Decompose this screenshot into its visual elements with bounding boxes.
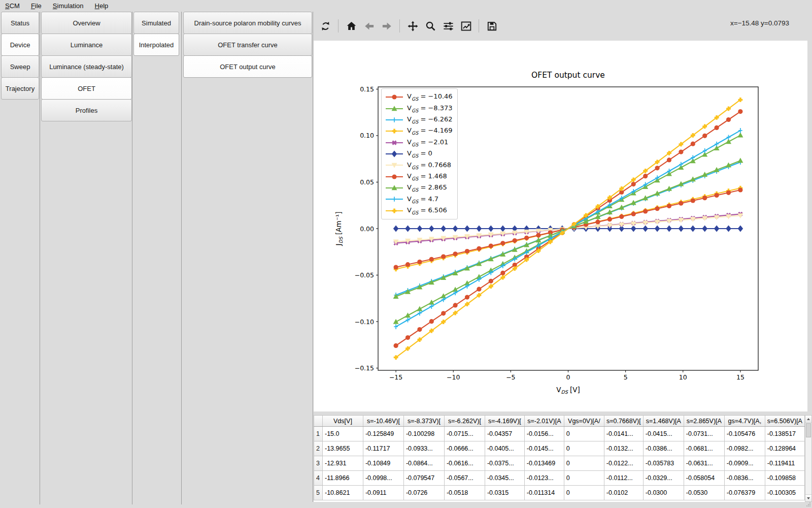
refresh-icon[interactable] [319, 19, 332, 33]
table-cell[interactable]: -0.0386... [643, 441, 684, 456]
table-cell[interactable]: -0.0122... [604, 456, 643, 471]
column-header[interactable]: gs=4.7V)[A, [724, 416, 765, 427]
table-cell[interactable]: -0.10849 [363, 456, 403, 471]
table-cell[interactable]: -0.0415... [643, 427, 684, 441]
table-cell[interactable]: -0.0726 [403, 486, 444, 500]
table-cell[interactable]: -0.0836... [724, 471, 765, 486]
menu-scm[interactable]: SCM [5, 2, 20, 10]
sliders-icon[interactable] [442, 19, 455, 33]
table-cell[interactable]: -0.11717 [363, 441, 403, 456]
row-number[interactable]: 5 [314, 486, 323, 500]
nav-tab-sweep[interactable]: Sweep [1, 55, 39, 78]
table-cell[interactable]: -0.0731... [684, 427, 724, 441]
table-vertical-scrollbar[interactable] [805, 415, 812, 502]
nav-tab-profiles[interactable]: Profiles [41, 99, 132, 121]
column-header[interactable]: s=-8.373V)[ [403, 416, 444, 427]
nav-tab-luminance[interactable]: Luminance [41, 34, 132, 56]
table-cell[interactable]: -0.0518 [444, 486, 485, 500]
table-cell[interactable]: -0.0145... [524, 441, 564, 456]
table-cell[interactable]: -0.100305 [765, 486, 804, 500]
save-icon[interactable] [485, 19, 498, 33]
nav-tab-luminance-steady-state-[interactable]: Luminance (steady-state) [41, 55, 132, 78]
nav-tab-overview[interactable]: Overview [41, 12, 132, 34]
table-cell[interactable]: -10.8621 [322, 486, 363, 500]
table-cell[interactable]: -0.058054 [684, 471, 724, 486]
table-cell[interactable]: -0.138517 [765, 427, 804, 441]
table-cell[interactable]: 0 [564, 427, 604, 441]
row-number[interactable]: 3 [314, 456, 323, 471]
table-cell[interactable]: -0.0681... [684, 441, 724, 456]
plot-figure[interactable]: OFET output curveVDS​ [V]JDS​ [Am⁻¹]−15−… [314, 41, 807, 411]
table-cell[interactable]: 0 [564, 441, 604, 456]
nav-tab-drain-source-polaron-mobility-curves[interactable]: Drain-source polaron mobility curves [183, 12, 312, 34]
table-cell[interactable]: -0.0132... [604, 441, 643, 456]
row-number[interactable]: 2 [314, 441, 323, 456]
pan-icon[interactable] [406, 19, 419, 33]
table-cell[interactable]: -0.0666... [444, 441, 485, 456]
nav-tab-ofet[interactable]: OFET [41, 77, 132, 100]
table-cell[interactable]: 0 [564, 486, 604, 500]
table-cell[interactable]: -0.0715... [444, 427, 485, 441]
table-cell[interactable]: -0.109858 [765, 471, 804, 486]
scroll-down-button[interactable] [805, 494, 811, 501]
back-icon[interactable] [362, 19, 376, 33]
table-cell[interactable]: -0.013469 [524, 456, 564, 471]
table-cell[interactable]: -11.8966 [322, 471, 363, 486]
nav-tab-ofet-output-curve[interactable]: OFET output curve [183, 55, 312, 78]
column-header[interactable]: s=-2.01V)[A [524, 416, 564, 427]
table-cell[interactable]: -0.0567... [444, 471, 485, 486]
table-cell[interactable]: -15.0 [322, 427, 363, 441]
column-header[interactable]: s=2.865V)[A [684, 416, 724, 427]
table-cell[interactable]: -12.931 [322, 456, 363, 471]
row-number[interactable]: 1 [314, 427, 323, 441]
column-header[interactable]: s=-4.169V)[ [485, 416, 524, 427]
table-cell[interactable]: -0.0616... [444, 456, 485, 471]
table-cell[interactable]: -0.105476 [724, 427, 765, 441]
table-cell[interactable]: -0.0141... [604, 427, 643, 441]
table-cell[interactable]: 0 [564, 456, 604, 471]
table-cell[interactable]: -0.0112... [604, 471, 643, 486]
nav-tab-ofet-transfer-curve[interactable]: OFET transfer curve [183, 34, 312, 56]
table-cell[interactable]: 0 [564, 471, 604, 486]
table-cell[interactable]: -0.0998... [363, 471, 403, 486]
table-cell[interactable]: -0.0982... [724, 441, 765, 456]
table-cell[interactable]: -0.076379 [724, 486, 765, 500]
zoom-icon[interactable] [424, 19, 437, 33]
table-cell[interactable]: -0.04357 [485, 427, 524, 441]
column-header[interactable]: Vgs=0V)[A/ [564, 416, 604, 427]
window-resize-grip[interactable] [806, 502, 811, 507]
table-cell[interactable]: -0.011314 [524, 486, 564, 500]
table-cell[interactable]: -0.128964 [765, 441, 804, 456]
table-cell[interactable]: -0.0405... [485, 441, 524, 456]
home-icon[interactable] [345, 19, 358, 33]
scrollbar-thumb[interactable] [806, 423, 811, 437]
table-cell[interactable]: -0.0530 [684, 486, 724, 500]
column-header[interactable]: s=-6.262V)[ [444, 416, 485, 427]
nav-tab-simulated[interactable]: Simulated [133, 12, 179, 34]
menu-file[interactable]: File [31, 2, 42, 10]
table-cell[interactable]: -0.0156... [524, 427, 564, 441]
table-cell[interactable]: -0.0345... [485, 471, 524, 486]
nav-tab-trajectory[interactable]: Trajectory [1, 77, 39, 100]
column-header[interactable]: Vds[V] [322, 416, 363, 427]
table-cell[interactable]: -13.9655 [322, 441, 363, 456]
nav-tab-device[interactable]: Device [1, 34, 39, 56]
table-cell[interactable]: -0.0375... [485, 456, 524, 471]
column-header[interactable]: s=0.7668V)[ [604, 416, 643, 427]
menu-simulation[interactable]: Simulation [53, 2, 84, 10]
nav-tab-interpolated[interactable]: Interpolated [133, 34, 179, 56]
plot-customize-icon[interactable] [459, 19, 472, 33]
table-cell[interactable]: -0.0864... [403, 456, 444, 471]
table-cell[interactable]: -0.0329... [643, 471, 684, 486]
table-cell[interactable]: -0.119411 [765, 456, 804, 471]
column-header[interactable]: s=-10.46V)[ [363, 416, 403, 427]
forward-icon[interactable] [380, 19, 393, 33]
menu-help[interactable]: Help [95, 2, 109, 10]
scroll-up-button[interactable] [805, 416, 811, 423]
table-cell[interactable]: -0.0909... [724, 456, 765, 471]
table-cell[interactable]: -0.0631... [684, 456, 724, 471]
column-header[interactable]: s=1.468V)[A [643, 416, 684, 427]
table-cell[interactable]: -0.125849 [363, 427, 403, 441]
table-cell[interactable]: -0.0300 [643, 486, 684, 500]
table-cell[interactable]: -0.0933... [403, 441, 444, 456]
